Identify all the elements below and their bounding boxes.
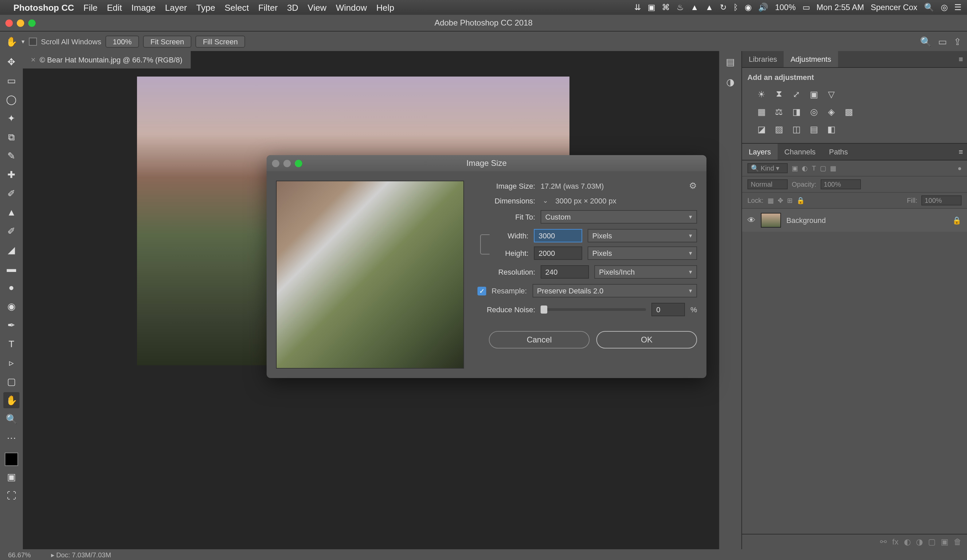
group-icon[interactable]: ▢ — [928, 537, 936, 547]
filter-shape-icon[interactable]: ▢ — [820, 165, 826, 172]
photo-filter-icon[interactable]: ◎ — [808, 105, 820, 117]
dialog-preview[interactable] — [276, 181, 464, 369]
gradient-map-icon[interactable]: ▤ — [808, 123, 820, 135]
app-name[interactable]: Photoshop CC — [13, 2, 74, 12]
new-fill-icon[interactable]: ◑ — [916, 537, 922, 547]
brush-tool[interactable]: ✐ — [3, 185, 20, 201]
battery-text[interactable]: 100% — [775, 3, 795, 12]
reduce-noise-slider[interactable] — [541, 308, 646, 311]
threshold-icon[interactable]: ◫ — [790, 123, 802, 135]
quickmask-tool[interactable]: ▣ — [3, 469, 20, 485]
width-unit-select[interactable]: Pixels▾ — [587, 229, 697, 242]
properties-panel-icon[interactable]: ◑ — [726, 77, 734, 87]
dodge-tool[interactable]: ◉ — [3, 298, 20, 314]
posterize-icon[interactable]: ▨ — [773, 123, 785, 135]
hue-icon[interactable]: ▦ — [756, 105, 767, 117]
balance-icon[interactable]: ⚖ — [773, 105, 785, 117]
tab-channels[interactable]: Channels — [777, 144, 822, 160]
menu-edit[interactable]: Edit — [107, 2, 122, 12]
status-doc[interactable]: ▸ Doc: 7.03M/7.03M — [51, 551, 111, 558]
layer-filter-kind[interactable]: 🔍 Kind ▾ — [748, 163, 788, 173]
color-swatch[interactable] — [5, 453, 18, 466]
layers-menu-icon[interactable]: ≡ — [955, 144, 967, 160]
screenmode-tool[interactable]: ⛶ — [3, 488, 20, 504]
eraser-tool[interactable]: ◢ — [3, 242, 20, 258]
lock-icon[interactable]: 🔒 — [952, 216, 962, 225]
menu-type[interactable]: Type — [196, 2, 215, 12]
tab-adjustments[interactable]: Adjustments — [784, 51, 838, 67]
menu-filter[interactable]: Filter — [258, 2, 278, 12]
layer-name[interactable]: Background — [786, 216, 826, 224]
document-tab[interactable]: × © Bear Hat Mountain.jpg @ 66.7% (RGB/8… — [23, 51, 190, 69]
tab-layers[interactable]: Layers — [742, 144, 777, 160]
status-zoom[interactable]: 66.67% — [8, 551, 31, 558]
timemachine-icon[interactable]: ↻ — [720, 3, 727, 12]
lock-pixels-icon[interactable]: ▦ — [767, 197, 774, 204]
clock[interactable]: Mon 2:55 AM — [817, 3, 864, 12]
hand-tool[interactable]: ✋ — [3, 392, 20, 408]
link-layers-icon[interactable]: ⚯ — [880, 537, 887, 547]
move-tool[interactable]: ✥ — [3, 54, 20, 70]
fill-screen-button[interactable]: Fill Screen — [195, 35, 245, 47]
wifi-icon[interactable]: ◉ — [745, 3, 751, 12]
warn-icon[interactable]: ▲ — [691, 3, 699, 12]
resample-select[interactable]: Preserve Details 2.0▾ — [532, 284, 697, 298]
zoom-100-button[interactable]: 100% — [106, 35, 139, 47]
menu-layer[interactable]: Layer — [165, 2, 187, 12]
share-icon[interactable]: ⇪ — [954, 36, 962, 47]
fill-value[interactable]: 100% — [921, 195, 962, 206]
notif-icon[interactable]: ☰ — [954, 3, 962, 12]
type-tool[interactable]: T — [3, 336, 20, 352]
healing-tool[interactable]: ✚ — [3, 166, 20, 183]
channel-mixer-icon[interactable]: ◈ — [825, 105, 837, 117]
pen-tool[interactable]: ✒ — [3, 317, 20, 333]
marquee-tool[interactable]: ▭ — [3, 72, 20, 89]
path-tool[interactable]: ▹ — [3, 354, 20, 371]
menu-view[interactable]: View — [308, 2, 326, 12]
siri-icon[interactable]: ◎ — [941, 3, 947, 12]
history-panel-icon[interactable]: ▤ — [726, 56, 734, 67]
curves-icon[interactable]: ⤢ — [790, 88, 802, 100]
more-tools[interactable]: ⋯ — [3, 430, 20, 446]
fit-screen-button[interactable]: Fit Screen — [143, 35, 191, 47]
workspace-icon[interactable]: ▭ — [938, 36, 947, 47]
warn2-icon[interactable]: ▲ — [705, 3, 713, 12]
resolution-unit-select[interactable]: Pixels/Inch▾ — [594, 265, 697, 278]
spotlight-icon[interactable]: 🔍 — [924, 3, 934, 12]
history-brush-tool[interactable]: ✐ — [3, 223, 20, 239]
flame-icon[interactable]: ♨ — [677, 3, 684, 12]
crop-tool[interactable]: ⧉ — [3, 129, 20, 145]
menu-image[interactable]: Image — [131, 2, 155, 12]
tool-caret-icon[interactable]: ▾ — [21, 38, 25, 44]
layer-row[interactable]: 👁 Background 🔒 — [742, 209, 967, 232]
brightness-icon[interactable]: ☀ — [756, 88, 767, 100]
tab-libraries[interactable]: Libraries — [742, 51, 784, 67]
gradient-tool[interactable]: ▬ — [3, 260, 20, 277]
menu-3d[interactable]: 3D — [287, 2, 298, 12]
dimensions-expand-icon[interactable]: ⌄ — [541, 196, 550, 205]
bw-icon[interactable]: ◨ — [790, 105, 802, 117]
exposure-icon[interactable]: ▣ — [808, 88, 820, 100]
lock-position-icon[interactable]: ✥ — [777, 197, 783, 204]
menu-help[interactable]: Help — [376, 2, 394, 12]
height-input[interactable] — [534, 246, 582, 260]
zoom-tool[interactable]: 🔍 — [3, 411, 20, 427]
clone-tool[interactable]: ▲ — [3, 204, 20, 220]
filter-type-icon[interactable]: T — [812, 165, 816, 172]
search-icon[interactable]: 🔍 — [920, 36, 931, 47]
layer-thumbnail[interactable] — [761, 213, 781, 227]
lock-artboard-icon[interactable]: ⊞ — [787, 197, 792, 204]
tab-paths[interactable]: Paths — [822, 144, 855, 160]
color-lookup-icon[interactable]: ▩ — [843, 105, 855, 117]
dropbox-icon[interactable]: ⇊ — [634, 3, 641, 12]
cancel-button[interactable]: Cancel — [489, 331, 589, 349]
opacity-value[interactable]: 100% — [820, 179, 861, 189]
filter-image-icon[interactable]: ▣ — [792, 165, 798, 172]
blend-mode-select[interactable]: Normal — [748, 179, 788, 189]
visibility-icon[interactable]: 👁 — [748, 216, 756, 225]
fit-to-select[interactable]: Custom▾ — [541, 210, 697, 224]
invert-icon[interactable]: ◪ — [756, 123, 767, 135]
levels-icon[interactable]: ⧗ — [773, 88, 785, 100]
gear-icon[interactable]: ⚙ — [689, 181, 697, 191]
delete-layer-icon[interactable]: 🗑 — [954, 537, 962, 547]
